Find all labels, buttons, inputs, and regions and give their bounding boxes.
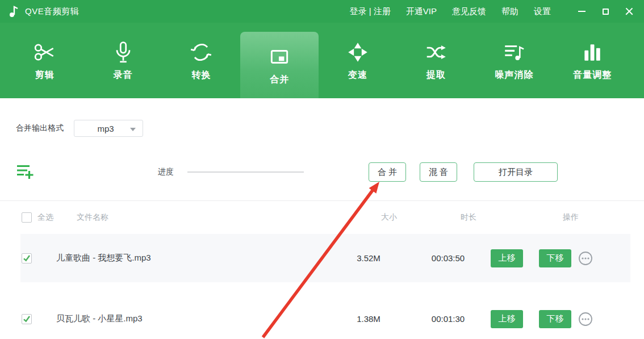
- move-up-button[interactable]: 上移: [491, 249, 523, 267]
- output-format-select[interactable]: mp3: [74, 120, 143, 137]
- tab-volume-adjust[interactable]: 音量调整: [553, 23, 632, 98]
- menu-help[interactable]: 帮助: [501, 6, 518, 17]
- more-options-icon[interactable]: [578, 251, 593, 266]
- file-name: 儿童歌曲 - 我想要飞.mp3: [56, 253, 332, 263]
- more-options-icon[interactable]: [578, 312, 593, 327]
- tab-record[interactable]: 录音: [84, 23, 162, 98]
- music-note-icon: [9, 5, 19, 18]
- speed-icon: [346, 40, 370, 64]
- file-size: 1.38M: [332, 314, 405, 324]
- row-checkbox[interactable]: [22, 314, 32, 324]
- file-name: 贝瓦儿歌 - 小星星.mp3: [56, 313, 332, 324]
- tab-noise-removal[interactable]: 噪声消除: [475, 23, 554, 98]
- close-button[interactable]: [625, 7, 634, 16]
- noise-removal-icon: [502, 40, 526, 64]
- header-actions: 操作: [511, 212, 630, 223]
- row-actions: 上移 下移: [491, 249, 610, 267]
- extract-icon: [424, 40, 448, 64]
- action-row: 进度 合 并 混 音 打开目录: [0, 162, 644, 182]
- header-file-name: 文件名称: [77, 212, 352, 223]
- check-icon: [22, 315, 31, 323]
- row-actions: 上移 下移: [491, 310, 610, 328]
- table-row: 儿童歌曲 - 我想要飞.mp3 3.52M 00:03:50 上移 下移: [20, 234, 630, 282]
- menu-feedback[interactable]: 意见反馈: [452, 6, 486, 17]
- row-checkbox[interactable]: [22, 253, 32, 263]
- tab-cut[interactable]: 剪辑: [6, 23, 84, 98]
- maximize-button[interactable]: [601, 7, 610, 16]
- window-controls: [577, 7, 634, 16]
- merge-button[interactable]: 合 并: [369, 162, 406, 182]
- convert-icon: [189, 40, 213, 64]
- maximize-icon: [603, 9, 609, 15]
- table-header: 全选 文件名称 大小 时长 操作: [0, 201, 644, 234]
- close-icon: [625, 7, 633, 15]
- output-format-row: 合并输出格式 mp3: [16, 120, 644, 137]
- file-duration: 00:03:50: [405, 253, 491, 263]
- tab-speed[interactable]: 变速: [319, 23, 397, 98]
- minimize-icon: [578, 11, 586, 12]
- titlebar-menu: 登录 | 注册 开通VIP 意见反馈 帮助 设置: [350, 6, 551, 17]
- progress-label: 进度: [158, 167, 174, 177]
- table-row: 贝瓦儿歌 - 小星星.mp3 1.38M 00:01:30 上移 下移: [20, 295, 630, 339]
- menu-login-register[interactable]: 登录 | 注册: [350, 6, 391, 17]
- header-duration: 时长: [426, 212, 511, 223]
- menu-open-vip[interactable]: 开通VIP: [406, 6, 437, 17]
- mix-button[interactable]: 混 音: [420, 162, 457, 182]
- file-size: 3.52M: [332, 253, 405, 263]
- toolbar: 剪辑 录音 转换 合并: [0, 23, 644, 98]
- microphone-icon: [111, 40, 135, 64]
- select-all-checkbox[interactable]: [22, 212, 32, 223]
- scissors-icon: [33, 40, 57, 64]
- menu-settings[interactable]: 设置: [534, 6, 551, 17]
- merge-icon: [267, 45, 291, 69]
- minimize-button[interactable]: [577, 7, 586, 16]
- output-format-value: mp3: [97, 124, 114, 133]
- move-down-button[interactable]: 下移: [539, 310, 571, 328]
- chevron-down-icon: [130, 128, 136, 131]
- app-title: QVE音频剪辑: [25, 6, 79, 17]
- qve-audio-editor-window: QVE音频剪辑 登录 | 注册 开通VIP 意见反馈 帮助 设置 剪辑: [0, 0, 644, 339]
- tab-merge[interactable]: 合并: [240, 32, 319, 98]
- select-all-label: 全选: [37, 212, 53, 223]
- header-size: 大小: [352, 212, 426, 223]
- tab-convert[interactable]: 转换: [162, 23, 241, 98]
- file-duration: 00:01:30: [405, 314, 491, 324]
- output-format-label: 合并输出格式: [16, 123, 64, 133]
- move-up-button[interactable]: 上移: [491, 310, 523, 328]
- volume-bars-icon: [580, 40, 604, 64]
- progress-bar: [187, 171, 304, 173]
- add-files-icon[interactable]: [16, 164, 34, 181]
- check-icon: [22, 254, 31, 262]
- titlebar: QVE音频剪辑 登录 | 注册 开通VIP 意见反馈 帮助 设置: [0, 0, 644, 23]
- open-directory-button[interactable]: 打开目录: [474, 162, 558, 182]
- merge-panel: 合并输出格式 mp3 进度 合 并 混 音 打开目录 全选 文件名称: [0, 120, 644, 339]
- move-down-button[interactable]: 下移: [539, 249, 571, 267]
- tab-extract[interactable]: 提取: [397, 23, 475, 98]
